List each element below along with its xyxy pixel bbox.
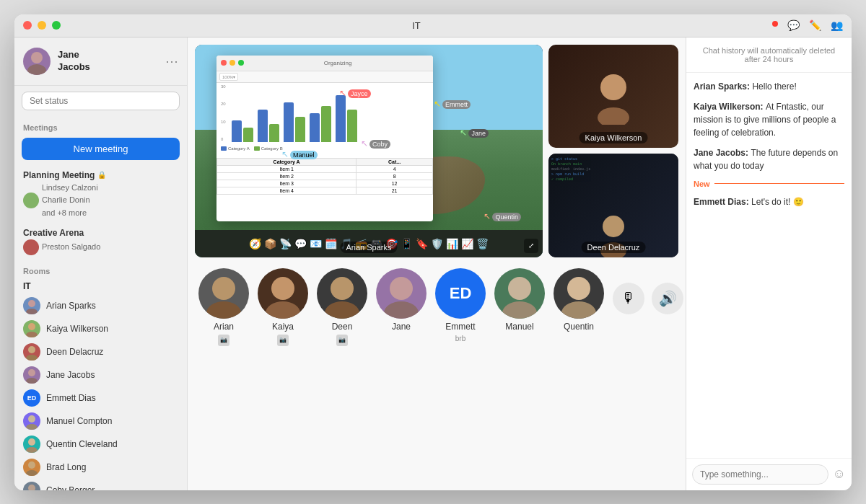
user-name: Jane Jacobs [58,49,90,74]
meeting-more: and +8 more [42,207,98,220]
member-avatar-quentin [23,436,40,453]
chat-input[interactable] [692,464,828,485]
creative-arena-item[interactable]: Creative Arena Preston Salgado [14,224,187,260]
sidebar-item-arian-sparks[interactable]: Arian Sparks [14,294,187,317]
svg-point-26 [331,277,354,300]
expand-button[interactable]: ⤢ [524,239,538,253]
svg-point-28 [390,277,413,300]
main-video-arian: Organizing 100%▾ 30 [195,45,543,257]
maximize-button[interactable] [52,21,61,30]
svg-point-5 [26,332,38,337]
side-video-kaiya: Kaiya Wilkerson [548,45,678,149]
member-name-kaiya: Kaiya Wilkerson [46,324,108,334]
meeting-people: Lindsey Calzoni Charlie Donin and +8 mor… [23,182,178,220]
sidebar-item-quentin-cleveland[interactable]: Quentin Cleveland [14,433,187,456]
app-window: IT 💬 ✏️ 👥 Jane [14,14,852,490]
p-name-arian: Arian [214,322,234,332]
presenter-name-tag: Arian Sparks [341,242,398,253]
speaker-button[interactable]: 🔊 [652,283,683,314]
meeting-member1: Lindsey Calzoni [42,182,98,195]
svg-point-29 [384,301,419,319]
member-name-emmett: Emmett Dias [46,393,96,403]
video-grid-top: Organizing 100%▾ 30 [188,37,686,261]
deen-name-tag: Deen Delacruz [582,242,646,253]
msg-sender-emmett: Emmett Dias: [694,197,751,207]
rooms-label: Rooms [14,260,187,278]
emoji-button[interactable]: ☺ [833,467,846,482]
sidebar-item-brad-long[interactable]: Brad Long [14,456,187,479]
p-avatar-jane [376,268,427,319]
member-name-manuel: Manuel Compton [46,416,112,426]
close-button[interactable] [23,21,32,30]
svg-point-31 [502,301,537,319]
sidebar-item-emmett-dias[interactable]: ED Emmett Dias [14,386,187,410]
kaiya-video-icon: 📷 [277,335,289,346]
msg-sender-arian: Arian Sparks: [694,81,752,92]
deen-video-icon: 📷 [336,335,348,346]
svg-point-13 [26,447,38,453]
participants-strip: Arian 📷 Kaiya 📷 [188,261,686,353]
participant-kaiya: Kaiya 📷 [258,268,308,346]
p-avatar-arian [198,268,249,319]
people-icon[interactable]: 👥 [830,19,843,32]
chat-msg-arian: Arian Sparks: Hello there! [694,80,844,93]
creative-arena-people: Preston Salgado [23,239,178,255]
chat-notice: Chat history will automatically deleted … [686,37,852,73]
sidebar-item-kaiya-wilkerson[interactable]: Kaiya Wilkerson [14,317,187,340]
svg-point-6 [28,346,35,353]
svg-point-25 [266,301,300,319]
user-menu-button[interactable]: ⋯ [165,53,178,69]
p-avatar-emmett: ED [435,268,486,319]
msg-sender-jane: Jane Jacobs: [694,148,751,158]
planning-meeting-title: Planning Meeting 🔒 [23,170,178,180]
member-name-quentin: Quentin Cleveland [46,439,118,449]
sidebar-item-jane-jacobs[interactable]: Jane Jacobs [14,363,187,386]
new-meeting-button[interactable]: New meeting [22,138,180,160]
user-info: Jane Jacobs [23,48,90,75]
svg-point-4 [28,323,35,330]
p-avatar-quentin [554,268,604,319]
member-name-deen: Deen Delacruz [46,347,103,357]
svg-point-14 [28,461,35,469]
member-name-coby: Coby Berger [46,485,95,490]
chat-msg-jane: Jane Jacobs: The future depends on what … [694,146,844,172]
svg-point-2 [28,300,35,307]
svg-point-20 [603,216,624,237]
kaiya-icons: 📷 [277,335,289,346]
svg-point-30 [508,277,531,300]
member-avatar-coby [23,482,40,490]
chat-messages: Arian Sparks: Hello there! Kaiya Wilkers… [686,73,852,458]
minimize-button[interactable] [38,21,46,30]
msg-sender-kaiya: Kaiya Wilkerson: [694,102,766,112]
title-bar: IT 💬 ✏️ 👥 [14,14,852,37]
chat-panel: Chat history will automatically deleted … [686,37,852,490]
svg-point-18 [600,74,626,100]
status-input[interactable] [22,92,180,110]
arian-video-icon: 📷 [218,335,229,346]
svg-point-24 [271,277,294,300]
chat-input-area: ☺ [686,458,852,490]
p-status-emmett: brb [455,335,465,342]
sidebar-item-deen-delacruz[interactable]: Deen Delacruz [14,340,187,363]
member-avatar-brad [23,459,40,476]
member-avatar-jane [23,366,40,384]
sidebar: Jane Jacobs ⋯ Meetings New meeting Plann… [14,37,188,490]
mic-button[interactable]: 🎙 [613,283,644,314]
sidebar-item-coby-berger[interactable]: Coby Berger [14,479,187,490]
sidebar-item-manuel-compton[interactable]: Manuel Compton [14,410,187,433]
user-header: Jane Jacobs ⋯ [14,37,187,86]
pencil-icon[interactable]: ✏️ [808,19,821,32]
planning-meeting-item[interactable]: Planning Meeting 🔒 Lindsey Calzoni Charl… [14,166,187,224]
p-name-quentin: Quentin [564,322,594,332]
main-content: Jane Jacobs ⋯ Meetings New meeting Plann… [14,37,852,490]
svg-point-15 [26,470,38,476]
chat-icon[interactable]: 💬 [787,19,800,32]
kaiya-name-tag: Kaiya Wilkerson [579,132,648,143]
svg-point-11 [26,424,38,430]
svg-point-8 [28,369,35,376]
svg-point-3 [26,309,38,314]
svg-point-7 [26,355,38,361]
p-name-jane: Jane [392,322,411,332]
screen-share: Organizing 100%▾ 30 [195,45,543,257]
p-avatar-kaiya [258,268,308,319]
